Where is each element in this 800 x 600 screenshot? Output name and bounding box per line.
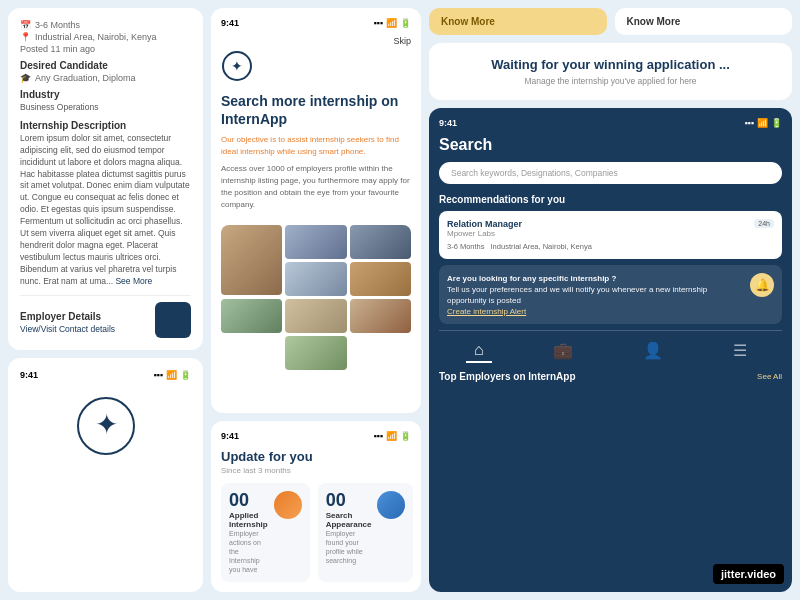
photo-cell-2 — [285, 225, 346, 259]
battery-icon: 🔋 — [180, 370, 191, 380]
update-subtitle: Since last 3 months — [221, 466, 411, 475]
stat-card-1: 00 Applied Internship Employer actions o… — [221, 483, 310, 582]
job1-title: Relation Manager — [447, 219, 522, 229]
battery-2: 🔋 — [400, 431, 411, 441]
location-text: Industrial Area, Nairobi, Kenya — [35, 32, 157, 42]
stat1-desc: Employer actions on the Internship you h… — [229, 529, 268, 574]
status-icons-left: ▪▪▪ 📶 🔋 — [153, 370, 191, 380]
search-phone-screen: 9:41 ▪▪▪ 📶 🔋 Search Search keywords, Des… — [429, 108, 792, 592]
job1-duration: 3-6 Months — [447, 242, 485, 251]
signal-icon: ▪▪▪ — [153, 370, 163, 380]
grad-text: Any Graduation, Diploma — [35, 73, 136, 83]
hero-subtitle: Our objective is to assist internship se… — [221, 134, 411, 156]
wifi-2: 📶 — [386, 431, 397, 441]
skip-button[interactable]: Skip — [393, 36, 411, 46]
see-all-link[interactable]: See All — [757, 372, 782, 381]
status-icons-1: ▪▪▪ 📶 🔋 — [373, 18, 411, 28]
battery-search: 🔋 — [771, 118, 782, 128]
stat1-icon — [274, 491, 302, 519]
status-icons-search: ▪▪▪ 📶 🔋 — [744, 118, 782, 128]
photo-cell-1 — [221, 225, 282, 295]
job1-location: Industrial Area, Nairobi, Kenya — [491, 242, 592, 251]
phone-header-search: 9:41 ▪▪▪ 📶 🔋 — [439, 118, 782, 128]
battery-1: 🔋 — [400, 18, 411, 28]
wifi-icon: 📶 — [166, 370, 177, 380]
photo-cell-7 — [285, 299, 346, 333]
nav-briefcase[interactable]: 💼 — [545, 339, 581, 363]
update-title: Update for you — [221, 449, 411, 464]
nav-profile[interactable]: 👤 — [635, 339, 671, 363]
top-employers-title: Top Employers on InternApp — [439, 371, 575, 382]
job-details-card: 📅 3-6 Months 📍 Industrial Area, Nairobi,… — [8, 8, 203, 350]
photo-cell-3 — [350, 225, 411, 259]
see-more-link[interactable]: See More — [115, 276, 152, 286]
nav-home[interactable]: ⌂ — [466, 339, 492, 363]
job1-badge: 24h — [754, 219, 774, 228]
know-more-card-1[interactable]: Know More — [429, 8, 607, 35]
signal-2: ▪▪▪ — [373, 431, 383, 441]
job-rec-card-1[interactable]: Relation Manager Mpower Labs 24h 3-6 Mon… — [439, 211, 782, 259]
stat2-number: 00 — [326, 491, 372, 509]
stat1-number: 00 — [229, 491, 268, 509]
know-more-card-2[interactable]: Know More — [615, 8, 793, 35]
search-input[interactable]: Search keywords, Designations, Companies — [439, 162, 782, 184]
alert-text: Are you looking for any specific interns… — [447, 273, 744, 284]
signal-search: ▪▪▪ — [744, 118, 754, 128]
right-bottom-row: 9:41 ▪▪▪ 📶 🔋 Search Search keywords, Des… — [429, 108, 792, 592]
grad-icon: 🎓 — [20, 73, 31, 83]
employer-link[interactable]: View/Visit Contact details — [20, 324, 115, 336]
phone-card-left: 9:41 ▪▪▪ 📶 🔋 ✦ — [8, 358, 203, 592]
time-2: 9:41 — [221, 431, 239, 441]
update-screen: 9:41 ▪▪▪ 📶 🔋 Update for you Since last 3… — [211, 421, 421, 592]
nav-menu[interactable]: ☰ — [725, 339, 755, 363]
hero-desc: Access over 1000 of employers profile wi… — [221, 163, 411, 211]
industry-title: Industry — [20, 89, 191, 100]
alert-card: Are you looking for any specific interns… — [439, 265, 782, 324]
right-panel: Know More Know More Waiting for your win… — [429, 8, 792, 592]
posted-text: Posted 11 min ago — [20, 44, 95, 54]
duration-row: 📅 3-6 Months — [20, 20, 191, 30]
recommendations-title: Recommendations for you — [439, 194, 782, 205]
wifi-1: 📶 — [386, 18, 397, 28]
bottom-nav: ⌂ 💼 👤 ☰ — [439, 330, 782, 367]
stat-card-2: 00 Search Appearance Employer found your… — [318, 483, 414, 582]
left-panel: 📅 3-6 Months 📍 Industrial Area, Nairobi,… — [8, 8, 203, 592]
phone-logo-area: ✦ — [20, 396, 191, 456]
employer-logo — [155, 302, 191, 338]
search-hero-screen: 9:41 ▪▪▪ 📶 🔋 Skip ✦ Search more internsh… — [211, 8, 421, 413]
photo-cell-6 — [221, 299, 282, 333]
top-employers-row: Top Employers on InternApp See All — [439, 371, 782, 382]
stats-row: 00 Applied Internship Employer actions o… — [221, 483, 411, 582]
hero-logo-icon: ✦ — [221, 50, 253, 82]
description-text: Lorem ipsum dolor sit amet, consectetur … — [20, 133, 191, 288]
signal-1: ▪▪▪ — [373, 18, 383, 28]
job1-company: Mpower Labs — [447, 229, 522, 238]
time-left: 9:41 — [20, 370, 38, 380]
alert-link[interactable]: Create internship Alert — [447, 307, 744, 316]
photo-grid — [221, 225, 411, 370]
grad-row: 🎓 Any Graduation, Diploma — [20, 73, 191, 83]
internapp-logo-icon: ✦ — [76, 396, 136, 456]
industry-value: Business Operations — [20, 102, 191, 114]
location-icon: 📍 — [20, 32, 31, 42]
middle-panel: 9:41 ▪▪▪ 📶 🔋 Skip ✦ Search more internsh… — [211, 8, 421, 592]
phone-header-1: 9:41 ▪▪▪ 📶 🔋 — [221, 18, 411, 28]
hero-title: Search more internship on InternApp — [221, 92, 411, 128]
alert-desc: Tell us your preferences and we will not… — [447, 284, 744, 306]
photo-cell-4 — [285, 262, 346, 296]
status-icons-2: ▪▪▪ 📶 🔋 — [373, 431, 411, 441]
know-more-row: Know More Know More — [429, 8, 792, 35]
stat2-desc: Employer found your profile while search… — [326, 529, 372, 565]
employer-title: Employer Details — [20, 311, 115, 322]
photo-cell-5 — [350, 262, 411, 296]
desired-candidate-title: Desired Candidate — [20, 60, 191, 71]
employer-section: Employer Details View/Visit Contact deta… — [20, 295, 191, 338]
search-screen-title: Search — [439, 136, 782, 154]
search-hero: ✦ Search more internship on InternApp Ou… — [221, 46, 411, 225]
duration-text: 3-6 Months — [35, 20, 80, 30]
wifi-search: 📶 — [757, 118, 768, 128]
photo-cell-8 — [350, 299, 411, 333]
stat1-label: Applied Internship — [229, 511, 268, 529]
photo-cell-9 — [285, 336, 346, 370]
waiting-title: Waiting for your winning application ... — [443, 57, 778, 72]
